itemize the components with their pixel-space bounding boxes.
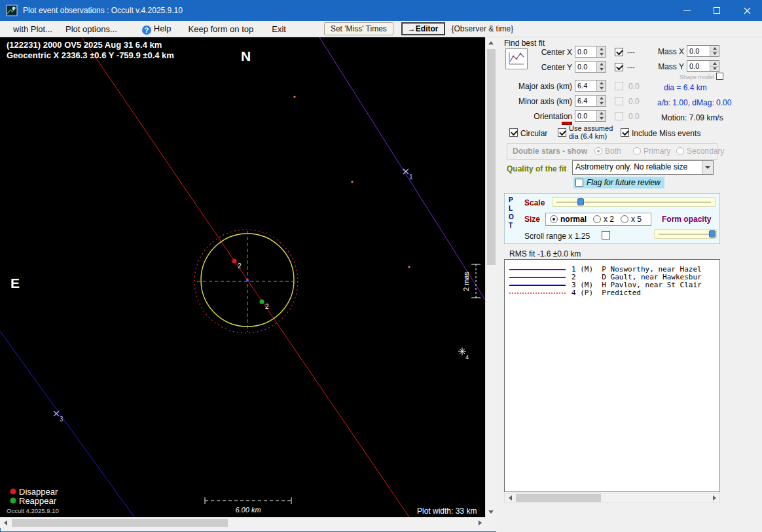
spin-down-icon [600,87,604,92]
titlebar[interactable]: Plot event observations : Occult v.4.202… [0,0,762,21]
occultation-plot-canvas[interactable]: 2 2 1 3 4 (122231) 2000 OV5 2025 Aug 31 … [0,37,485,517]
major-axis-spinner[interactable]: 6.4 [575,80,606,92]
maximize-button[interactable] [702,0,732,21]
window-title: Plot event observations : Occult v.4.202… [23,6,183,15]
double-stars-label: Double stars - show [513,147,587,156]
dropdown-arrow[interactable] [702,161,713,174]
size-normal-radio[interactable]: normal [550,215,587,224]
reappear-legend-label: Reappear [19,496,57,506]
flag-review-checkbox-row[interactable]: Flag for future review [573,177,664,188]
both-label: Both [605,147,621,156]
menu-keep-on-top[interactable]: Keep form on top [182,22,261,36]
form-opacity-slider[interactable] [654,229,717,239]
circular-checkbox[interactable] [509,128,518,137]
major-axis-spin-arrows[interactable] [596,80,606,91]
minimize-button[interactable] [672,0,702,21]
mass-y-spin-arrows[interactable] [710,61,719,71]
radio-icon [676,147,684,155]
scroll-right-button[interactable] [475,518,485,528]
chord-color-sample [509,277,566,278]
plot-letter-t: T [509,222,513,229]
center-x-spinner[interactable]: 0.0 [575,46,606,58]
include-miss-checkbox[interactable] [621,128,629,137]
observation-row[interactable]: 4 (P) Predicted [509,289,712,297]
size-x2-radio[interactable]: x 2 [593,215,614,224]
observations-listbox[interactable]: 1 (M) P Nosworthy, near Hazel 2 D Gault,… [504,259,720,492]
center-y-spinner[interactable]: 0.0 [575,61,606,73]
flag-review-label: Flag for future review [587,178,661,187]
spin-down-icon [600,68,604,73]
set-miss-times-button[interactable]: Set 'Miss' Times [324,22,393,35]
flag-review-checkbox[interactable] [575,179,583,186]
radio-icon [594,147,602,155]
arrow-left-icon [1,520,7,525]
orientation-spin-arrows[interactable] [596,111,606,121]
disappear-marker[interactable] [232,259,237,264]
orientation-spinner[interactable]: 0.0 [575,110,606,122]
menu-help[interactable]: ?Help [136,22,178,37]
menu-plot-options[interactable]: Plot options... [59,22,124,36]
minor-axis-alt-value: 0.0 [628,97,640,106]
reappear-legend-icon [10,498,16,504]
center-y-spin-arrows[interactable] [596,62,606,72]
center-x-value: 0.0 [577,48,587,56]
close-button[interactable] [732,0,762,21]
vertical-scroll-thumb[interactable] [487,49,496,265]
size-radio-group: normal x 2 x 5 [545,213,651,226]
shape-model-checkbox[interactable] [716,73,723,80]
scale-slider[interactable] [552,197,716,207]
spin-up-icon [600,46,604,50]
scroll-left-button[interactable] [0,518,10,528]
north-label: N [241,48,251,63]
plot-letter-o: O [509,213,514,221]
miss-marker-3-label: 3 [60,416,64,423]
menu-with-plot[interactable]: with Plot... [7,22,59,36]
use-assumed-checkbox[interactable] [558,128,566,137]
editor-button[interactable]: →Editor [401,22,445,35]
minor-axis-spinner[interactable]: 6.4 [575,95,606,107]
minor-axis-alt-checkbox [615,97,623,105]
scroll-up-button[interactable] [486,37,496,48]
plot-vertical-scrollbar[interactable] [485,37,496,517]
plot-letter-p: P [509,196,513,204]
scale-slider-thumb[interactable] [577,198,584,205]
find-best-fit-button[interactable] [505,48,528,69]
window-controls [672,0,762,21]
plot-horizontal-scrollbar[interactable] [0,517,485,527]
scroll-range-checkbox[interactable] [602,231,610,239]
minor-axis-spin-arrows[interactable] [596,96,606,106]
center-x-lock-checkbox[interactable] [615,48,623,56]
scale-bar-label: 6.00 km [235,506,261,514]
center-y-lock-checkbox[interactable] [615,63,623,71]
horizontal-scroll-thumb[interactable] [516,494,601,502]
find-best-fit-label: Find best fit [504,39,545,48]
double-stars-primary-radio: Primary [633,147,670,156]
quality-of-fit-dropdown[interactable]: Astrometry only. No reliable size [572,160,714,175]
size-x5-radio[interactable]: x 5 [621,215,642,224]
mass-x-spinner[interactable]: 0.0 [687,45,719,57]
app-icon [6,5,18,16]
center-y-label: Center Y [538,63,572,72]
minor-axis-label: Minor axis (km) [512,97,572,106]
reappear-marker[interactable] [260,300,264,304]
menu-exit[interactable]: Exit [265,22,293,36]
dia-label: dia = 6.4 km [664,83,707,92]
field-star [408,266,410,268]
scroll-right-button[interactable] [709,493,719,503]
form-opacity-slider-thumb[interactable] [709,230,716,238]
scroll-left-button[interactable] [505,493,515,503]
center-x-spin-arrows[interactable] [596,46,606,57]
mass-x-spin-arrows[interactable] [710,46,719,56]
orientation-label: Orientation [512,112,572,121]
quality-of-fit-value: Astrometry only. No reliable size [575,162,687,171]
horizontal-scroll-thumb[interactable] [12,519,228,527]
listbox-horizontal-scrollbar[interactable] [504,493,720,503]
double-stars-secondary-radio: Secondary [676,147,724,156]
mass-x-label: Mass X [654,47,684,56]
include-miss-label: Include Miss events [632,129,700,138]
center-point [246,279,249,281]
star-marker-4-label: 4 [465,354,469,361]
scale-label: Scale [524,198,545,207]
mass-y-spinner[interactable]: 0.0 [687,60,719,72]
scroll-down-button[interactable] [486,506,496,517]
